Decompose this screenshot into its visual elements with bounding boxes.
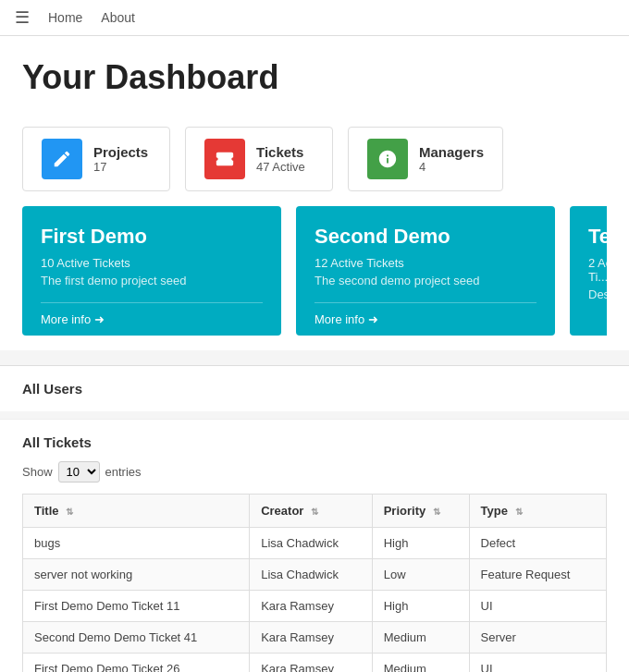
cell-priority: High: [372, 591, 469, 622]
entries-label: entries: [105, 465, 142, 479]
tickets-label: Tickets: [256, 144, 305, 160]
project-2-tickets: 2 Active Ti...: [588, 256, 607, 284]
type-sort-icon[interactable]: ⇅: [515, 507, 523, 517]
tickets-value: 47 Active: [256, 160, 305, 174]
table-row: First Demo Demo Ticket 11Kara RamseyHigh…: [23, 591, 607, 622]
managers-value: 4: [419, 160, 484, 174]
cell-title: First Demo Demo Ticket 11: [23, 591, 250, 622]
col-type: Type ⇅: [469, 495, 606, 528]
cell-title: First Demo Demo Ticket 26: [23, 654, 250, 673]
show-label: Show: [22, 465, 53, 479]
projects-label: Projects: [93, 144, 148, 160]
project-card-1[interactable]: Second Demo 12 Active Tickets The second…: [296, 206, 555, 336]
all-users-section: All Users: [0, 365, 629, 411]
project-1-tickets: 12 Active Tickets: [314, 256, 536, 270]
tickets-info: Tickets 47 Active: [256, 144, 305, 174]
managers-info: Managers 4: [419, 144, 484, 174]
col-title: Title ⇅: [23, 495, 250, 528]
all-tickets-section: All Tickets Show 10 25 50 entries Title …: [0, 419, 629, 672]
cell-creator: Kara Ramsey: [250, 591, 373, 622]
project-1-title: Second Demo: [314, 225, 536, 249]
col-creator: Creator ⇅: [250, 495, 373, 528]
project-card-0[interactable]: First Demo 10 Active Tickets The first d…: [22, 206, 281, 336]
cell-creator: Lisa Chadwick: [250, 559, 373, 591]
cell-priority: Medium: [372, 654, 469, 673]
cell-type: Server: [469, 622, 606, 654]
table-row: server not workingLisa ChadwickLowFeatur…: [23, 559, 607, 591]
projects-row: First Demo 10 Active Tickets The first d…: [22, 206, 607, 336]
dashboard-header: Your Dashboard: [0, 36, 629, 112]
projects-value: 17: [93, 160, 148, 174]
summary-card-managers[interactable]: Managers 4: [348, 127, 503, 191]
project-2-desc: Descriptio...: [588, 287, 607, 301]
summary-card-projects[interactable]: Projects 17: [22, 127, 170, 191]
cell-priority: Medium: [372, 622, 469, 654]
cell-type: Feature Request: [469, 559, 606, 591]
page-title: Your Dashboard: [22, 58, 607, 97]
projects-info: Projects 17: [93, 144, 148, 174]
cell-title: server not working: [23, 559, 250, 591]
nav-home[interactable]: Home: [48, 10, 82, 25]
summary-card-tickets[interactable]: Tickets 47 Active: [185, 127, 333, 191]
cell-creator: Kara Ramsey: [250, 622, 373, 654]
table-row: bugsLisa ChadwickHighDefect: [23, 528, 607, 559]
table-row: Second Demo Demo Ticket 41Kara RamseyMed…: [23, 622, 607, 654]
creator-sort-icon[interactable]: ⇅: [311, 507, 318, 517]
projects-icon: [42, 139, 82, 179]
tickets-table: Title ⇅ Creator ⇅ Priority ⇅ Type ⇅ bugs…: [22, 494, 607, 672]
project-2-title: Test: [588, 225, 607, 249]
cell-creator: Lisa Chadwick: [250, 528, 373, 559]
show-entries-row: Show 10 25 50 entries: [22, 461, 607, 483]
col-priority: Priority ⇅: [372, 495, 469, 528]
navbar: ☰ Home About: [0, 0, 629, 36]
tickets-icon: [204, 139, 245, 179]
entries-select[interactable]: 10 25 50: [58, 461, 100, 483]
nav-about[interactable]: About: [101, 10, 135, 25]
priority-sort-icon[interactable]: ⇅: [433, 507, 440, 517]
project-0-tickets: 10 Active Tickets: [41, 256, 263, 270]
cell-type: UI: [469, 654, 606, 673]
cell-title: Second Demo Demo Ticket 41: [23, 622, 250, 654]
managers-icon: [367, 139, 408, 179]
table-row: First Demo Demo Ticket 26Kara RamseyMedi…: [23, 654, 607, 673]
project-0-more-info[interactable]: More info ➜: [41, 302, 263, 336]
project-0-title: First Demo: [41, 225, 263, 249]
cell-type: UI: [469, 591, 606, 622]
project-card-2[interactable]: Test 2 Active Ti... Descriptio...: [570, 206, 607, 336]
cell-priority: High: [372, 528, 469, 559]
all-tickets-title: All Tickets: [22, 434, 607, 450]
title-sort-icon[interactable]: ⇅: [66, 507, 73, 517]
summary-cards: Projects 17 Tickets 47 Active Managers 4: [0, 112, 629, 206]
cell-title: bugs: [23, 528, 250, 559]
project-0-desc: The first demo project seed: [41, 274, 263, 287]
cell-type: Defect: [469, 528, 606, 559]
project-1-more-info[interactable]: More info ➜: [314, 302, 536, 336]
project-1-desc: The second demo project seed: [314, 274, 536, 287]
managers-label: Managers: [419, 144, 484, 160]
projects-section: First Demo 10 Active Tickets The first d…: [0, 206, 629, 350]
hamburger-icon[interactable]: ☰: [15, 7, 30, 28]
cell-priority: Low: [372, 559, 469, 591]
all-users-title: All Users: [22, 381, 82, 397]
table-header-row: Title ⇅ Creator ⇅ Priority ⇅ Type ⇅: [23, 495, 607, 528]
cell-creator: Kara Ramsey: [250, 654, 373, 673]
